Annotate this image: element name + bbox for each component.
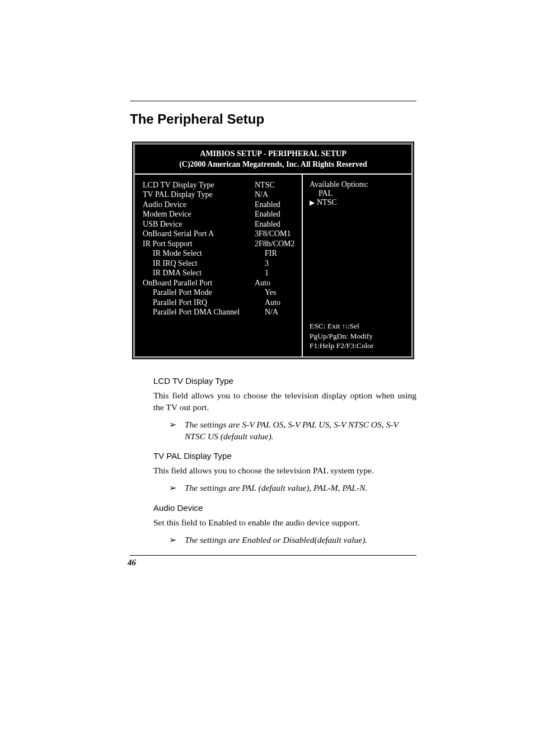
bios-row: IR IRQ Select3 <box>143 259 297 269</box>
bios-row: Parallel Port IRQAuto <box>143 298 297 308</box>
triangle-bullet-icon: ➢ <box>169 419 185 431</box>
bios-header: AMIBIOS SETUP - PERIPHERAL SETUP (C)2000… <box>135 144 411 175</box>
bullet-text: The settings are PAL (default value), PA… <box>185 482 367 494</box>
bullet-item: ➢ The settings are PAL (default value), … <box>169 482 416 494</box>
bios-row: Modem DeviceEnabled <box>143 209 297 219</box>
option-pal: PAL <box>310 189 406 198</box>
section-title: The Peripheral Setup <box>130 111 416 127</box>
sub-heading: Audio Device <box>153 503 416 513</box>
bios-row: IR Port Support2F8h/COM2 <box>143 239 297 249</box>
bottom-rule <box>130 555 416 556</box>
bios-row: Parallel Port ModeYes <box>143 288 297 298</box>
help-line: ESC: Exit ↑↓:Sel <box>310 321 406 331</box>
bios-help-keys: ESC: Exit ↑↓:Sel PgUp/PgDn: Modify F1:He… <box>310 321 406 351</box>
bios-row: IR Mode SelectFIR <box>143 248 297 259</box>
page-number: 46 <box>128 558 416 567</box>
bios-title: AMIBIOS SETUP - PERIPHERAL SETUP <box>139 149 407 159</box>
bios-row: Audio DeviceEnabled <box>143 200 297 210</box>
triangle-bullet-icon: ➢ <box>169 534 185 546</box>
bios-screenshot: AMIBIOS SETUP - PERIPHERAL SETUP (C)2000… <box>133 143 413 358</box>
bios-row: Parallel Port DMA ChannelN/A <box>143 307 297 317</box>
option-ntsc-selected: NTSC <box>310 198 406 207</box>
help-line: F1:Help F2/F3:Color <box>310 341 406 351</box>
help-line: PgUp/PgDn: Modify <box>310 331 406 341</box>
arrow-keys-icon: ↑↓ <box>342 322 348 330</box>
document-page: The Peripheral Setup AMIBIOS SETUP - PER… <box>0 0 534 756</box>
sub-heading: TV PAL Display Type <box>153 451 416 461</box>
options-header: Available Options: <box>310 180 406 189</box>
triangle-bullet-icon: ➢ <box>169 482 185 494</box>
top-rule <box>130 101 416 101</box>
body-paragraph: This field allows you to choose the tele… <box>153 465 416 477</box>
sub-heading: LCD TV Display Type <box>153 376 416 386</box>
document-body: LCD TV Display Type This field allows yo… <box>130 376 416 567</box>
bios-row: OnBoard Parallel PortAuto <box>143 278 297 288</box>
bios-options-pane: Available Options: PAL NTSC ESC: Exit ↑↓… <box>303 175 411 356</box>
bios-row: TV PAL Display TypeN/A <box>143 190 297 200</box>
body-paragraph: Set this field to Enabled to enable the … <box>153 517 416 529</box>
bios-row: LCD TV Display TypeNTSC <box>143 180 297 190</box>
bullet-item: ➢ The settings are Enabled or Disabled(d… <box>169 534 416 546</box>
bios-row: OnBoard Serial Port A3F8/COM1 <box>143 229 297 239</box>
bullet-text: The settings are Enabled or Disabled(def… <box>185 534 367 546</box>
bios-settings-list: LCD TV Display TypeNTSC TV PAL Display T… <box>135 175 303 356</box>
bullet-item: ➢ The settings are S-V PAL OS, S-V PAL U… <box>169 419 416 443</box>
bullet-text: The settings are S-V PAL OS, S-V PAL US,… <box>185 419 416 443</box>
bios-row: USB DeviceEnabled <box>143 219 297 229</box>
bios-copyright: (C)2000 American Megatrends, Inc. All Ri… <box>139 159 407 170</box>
bios-row: IR DMA Select1 <box>143 268 297 278</box>
bios-options: Available Options: PAL NTSC <box>310 180 406 207</box>
bios-body: LCD TV Display TypeNTSC TV PAL Display T… <box>135 175 411 356</box>
body-paragraph: This field allows you to choose the tele… <box>153 390 416 414</box>
